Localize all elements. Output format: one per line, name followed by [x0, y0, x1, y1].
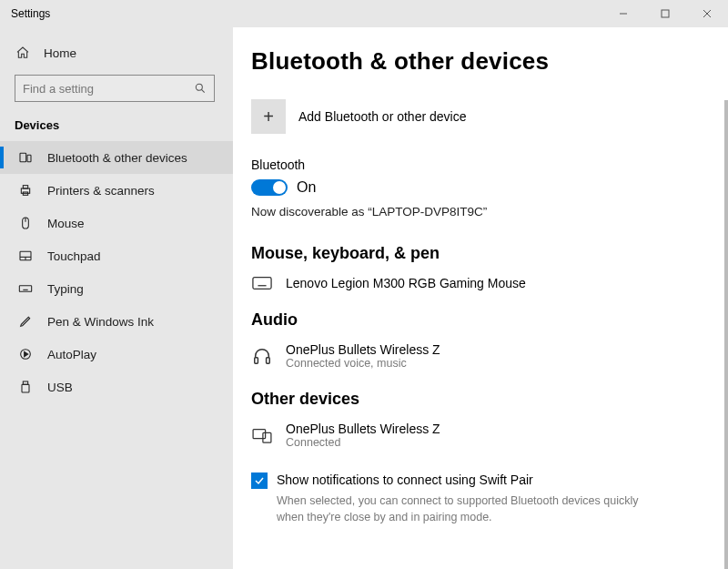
home-icon — [15, 46, 31, 60]
device-status: Connected — [286, 436, 440, 449]
search-container — [0, 69, 233, 113]
device-info: OnePlus Bullets Wireless Z Connected — [286, 422, 440, 449]
svg-rect-34 — [253, 430, 266, 439]
swift-pair-checkbox[interactable]: Show notifications to connect using Swif… — [251, 472, 665, 489]
sidebar-item-bluetooth[interactable]: Bluetooth & other devices — [0, 141, 233, 174]
mouse-icon — [18, 216, 33, 230]
checkbox-checked-icon — [251, 472, 268, 489]
sidebar: Home Devices Bluetooth & other devices — [0, 27, 233, 569]
sidebar-item-label: Pen & Windows Ink — [47, 315, 154, 329]
device-status: Connected voice, music — [286, 357, 440, 370]
discoverable-text: Now discoverable as “LAPTOP-DVP8IT9C” — [251, 205, 728, 218]
svg-marker-23 — [25, 351, 28, 356]
svg-rect-1 — [662, 10, 669, 17]
minimize-button[interactable] — [602, 0, 644, 27]
device-info: Lenovo Legion M300 RGB Gaming Mouse — [286, 276, 526, 290]
device-row[interactable]: OnePlus Bullets Wireless Z Connected — [251, 420, 728, 469]
sidebar-item-autoplay[interactable]: AutoPlay — [0, 338, 233, 371]
minimize-icon — [619, 9, 628, 18]
home-label: Home — [44, 46, 76, 60]
sidebar-item-touchpad[interactable]: Touchpad — [0, 239, 233, 272]
swift-pair-label: Show notifications to connect using Swif… — [277, 472, 533, 487]
settings-window: Settings Home — [0, 0, 728, 569]
search-input[interactable] — [15, 82, 187, 96]
maximize-icon — [661, 9, 670, 18]
svg-line-5 — [201, 89, 204, 92]
svg-point-4 — [196, 84, 202, 90]
device-name: OnePlus Bullets Wireless Z — [286, 422, 440, 436]
keyboard-device-icon — [251, 276, 273, 290]
headphones-icon — [251, 346, 273, 366]
sidebar-item-label: USB — [47, 381, 73, 394]
content-pane: Bluetooth & other devices + Add Bluetoot… — [233, 27, 728, 569]
sidebar-item-label: Printers & scanners — [47, 184, 155, 198]
bluetooth-toggle[interactable] — [251, 179, 288, 196]
svg-rect-35 — [263, 432, 271, 442]
section-audio-heading: Audio — [251, 310, 728, 330]
sidebar-section-label: Devices — [0, 113, 233, 141]
add-device-label: Add Bluetooth or other device — [298, 109, 466, 124]
window-controls — [602, 0, 728, 27]
touchpad-icon — [18, 249, 33, 263]
usb-icon — [18, 380, 33, 394]
svg-rect-6 — [20, 153, 26, 161]
svg-rect-16 — [19, 286, 31, 292]
page-title: Bluetooth & other devices — [251, 47, 728, 76]
home-nav[interactable]: Home — [0, 36, 233, 69]
plus-icon: + — [251, 99, 286, 134]
bluetooth-toggle-row: On — [251, 179, 728, 196]
bluetooth-devices-icon — [18, 150, 33, 165]
section-other-heading: Other devices — [251, 390, 728, 409]
sidebar-item-label: AutoPlay — [47, 348, 96, 361]
swift-pair-description: When selected, you can connect to suppor… — [277, 493, 668, 525]
generic-device-icon — [251, 427, 273, 443]
sidebar-item-label: Bluetooth & other devices — [47, 151, 187, 165]
bluetooth-label: Bluetooth — [251, 157, 728, 172]
sidebar-item-usb[interactable]: USB — [0, 371, 233, 403]
window-title: Settings — [11, 7, 50, 20]
search-icon — [187, 82, 214, 95]
sidebar-item-typing[interactable]: Typing — [0, 272, 233, 305]
titlebar: Settings — [0, 0, 728, 27]
svg-rect-32 — [255, 358, 258, 363]
sidebar-item-label: Touchpad — [47, 249, 101, 263]
sidebar-item-label: Mouse — [47, 217, 85, 230]
svg-rect-33 — [267, 358, 270, 363]
keyboard-icon — [18, 281, 33, 296]
section-mouse-heading: Mouse, keyboard, & pen — [251, 244, 728, 263]
sidebar-item-pen[interactable]: Pen & Windows Ink — [0, 305, 233, 338]
svg-rect-26 — [253, 278, 271, 290]
sidebar-items: Bluetooth & other devices Printers & sca… — [0, 141, 233, 569]
sidebar-item-mouse[interactable]: Mouse — [0, 207, 233, 239]
svg-rect-9 — [23, 186, 27, 188]
autoplay-icon — [18, 347, 33, 361]
svg-rect-7 — [27, 155, 31, 161]
bluetooth-state: On — [297, 179, 316, 196]
sidebar-item-printers[interactable]: Printers & scanners — [0, 174, 233, 207]
device-row[interactable]: Lenovo Legion M300 RGB Gaming Mouse — [251, 274, 728, 310]
printer-icon — [18, 183, 33, 198]
device-name: OnePlus Bullets Wireless Z — [286, 342, 440, 357]
svg-rect-25 — [22, 384, 29, 392]
scrollbar[interactable] — [724, 100, 728, 569]
device-info: OnePlus Bullets Wireless Z Connected voi… — [286, 342, 440, 370]
device-name: Lenovo Legion M300 RGB Gaming Mouse — [286, 276, 526, 290]
pen-icon — [18, 314, 33, 329]
search-field[interactable] — [15, 75, 215, 102]
close-icon — [703, 9, 712, 18]
add-device-button[interactable]: + Add Bluetooth or other device — [251, 99, 728, 134]
device-row[interactable]: OnePlus Bullets Wireless Z Connected voi… — [251, 340, 728, 390]
body: Home Devices Bluetooth & other devices — [0, 27, 728, 569]
maximize-button[interactable] — [644, 0, 686, 27]
close-button[interactable] — [686, 0, 728, 27]
sidebar-item-label: Typing — [47, 282, 84, 296]
